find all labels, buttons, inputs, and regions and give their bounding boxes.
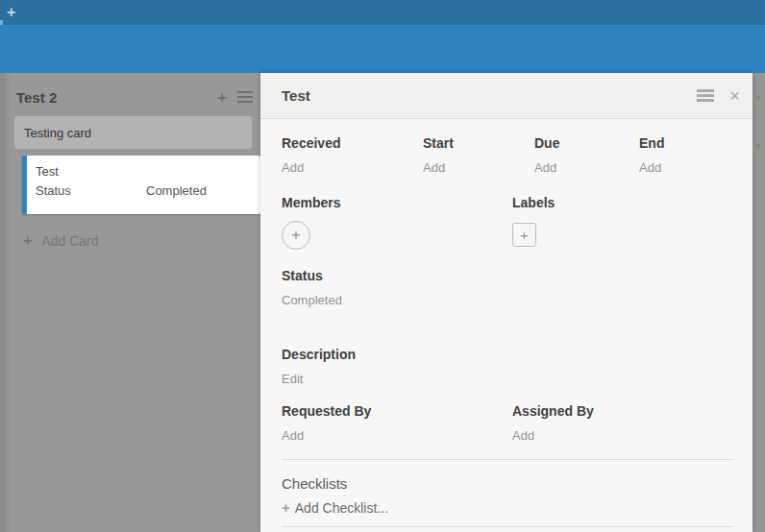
field-label: Received — [282, 135, 423, 152]
description-section: Description Edit — [282, 347, 356, 386]
checklists-label: Checklists — [282, 475, 388, 493]
card-title: Test — [282, 87, 697, 104]
date-field-start: Start Add — [423, 135, 534, 175]
requested-by-label: Requested By — [282, 403, 512, 420]
requested-by-add-link[interactable]: Add — [282, 428, 512, 443]
members-label: Members — [282, 195, 512, 211]
add-checklist-label: Add Checklist... — [295, 500, 388, 516]
assigned-by-label: Assigned By — [512, 403, 743, 420]
minicard-title: Test — [36, 164, 253, 179]
section-divider — [282, 459, 733, 460]
description-edit-link[interactable]: Edit — [282, 372, 356, 386]
assigned-by-section: Assigned By Add — [512, 403, 743, 443]
minicard-test[interactable]: Test Status Completed — [22, 156, 260, 214]
plus-icon: + — [282, 499, 290, 516]
end-add-link[interactable]: Add — [639, 160, 745, 175]
minicard-field-value: Completed — [146, 183, 207, 198]
new-card-title-input[interactable] — [13, 115, 253, 150]
top-navbar: + — [0, 0, 765, 25]
requested-by-section: Requested By Add — [282, 403, 512, 443]
members-labels-row: Members + Labels + — [282, 195, 743, 250]
requested-assigned-row: Requested By Add Assigned By Add — [282, 403, 743, 443]
field-label: Due — [534, 135, 639, 152]
card-detail-body: Received Add Start Add Due Add End Add — [260, 120, 753, 532]
add-card-label: Add Card — [41, 233, 98, 249]
received-add-link[interactable]: Add — [282, 160, 423, 175]
add-card-button[interactable]: + Add Card — [23, 232, 260, 250]
peek-artifact — [756, 144, 760, 149]
start-add-link[interactable]: Add — [423, 160, 534, 175]
plus-icon: + — [520, 227, 529, 243]
date-field-end: End Add — [639, 135, 745, 175]
due-add-link[interactable]: Add — [534, 160, 639, 175]
peek-artifact — [756, 96, 760, 101]
list-add-card-icon[interactable]: + — [217, 89, 227, 106]
checklists-section: Checklists + Add Checklist... — [282, 475, 388, 516]
card-menu-icon[interactable] — [697, 87, 714, 104]
minicard-status-row: Status Completed — [36, 183, 253, 198]
section-divider — [282, 526, 733, 527]
close-icon[interactable]: × — [729, 86, 740, 105]
minicard-field-label: Status — [36, 183, 146, 198]
assigned-by-add-link[interactable]: Add — [512, 428, 743, 443]
app-window: + Test 2 + Test Status Completed + Add C… — [0, 0, 765, 532]
members-section: Members + — [282, 195, 512, 250]
date-fields-row: Received Add Start Add Due Add End Add — [282, 135, 745, 175]
card-detail-panel: Test × Received Add Start Add Due Add — [260, 73, 753, 532]
card-composer — [13, 115, 253, 150]
list-menu-icon[interactable] — [237, 88, 253, 106]
description-label: Description — [282, 347, 356, 363]
status-value: Completed — [282, 293, 342, 307]
date-field-due: Due Add — [534, 135, 639, 175]
status-label: Status — [282, 268, 342, 284]
status-section: Status Completed — [282, 268, 342, 307]
labels-label: Labels — [512, 195, 743, 211]
labels-section: Labels + — [512, 195, 743, 250]
date-field-received: Received Add — [282, 135, 423, 175]
add-label-button[interactable]: + — [512, 223, 536, 247]
field-label: Start — [423, 135, 534, 152]
plus-icon: + — [23, 232, 32, 250]
card-detail-header: Test × — [260, 73, 753, 119]
add-board-icon[interactable]: + — [7, 4, 15, 21]
list-header: Test 2 + — [10, 73, 260, 106]
field-label: End — [639, 135, 745, 152]
plus-icon: + — [291, 227, 300, 244]
list-test-2: Test 2 + Test Status Completed + Add Car… — [10, 73, 260, 532]
board-header-bar — [0, 25, 765, 73]
add-checklist-button[interactable]: + Add Checklist... — [282, 499, 388, 516]
board-left-edge — [0, 73, 6, 532]
list-title: Test 2 — [16, 89, 217, 106]
add-member-button[interactable]: + — [282, 221, 310, 250]
